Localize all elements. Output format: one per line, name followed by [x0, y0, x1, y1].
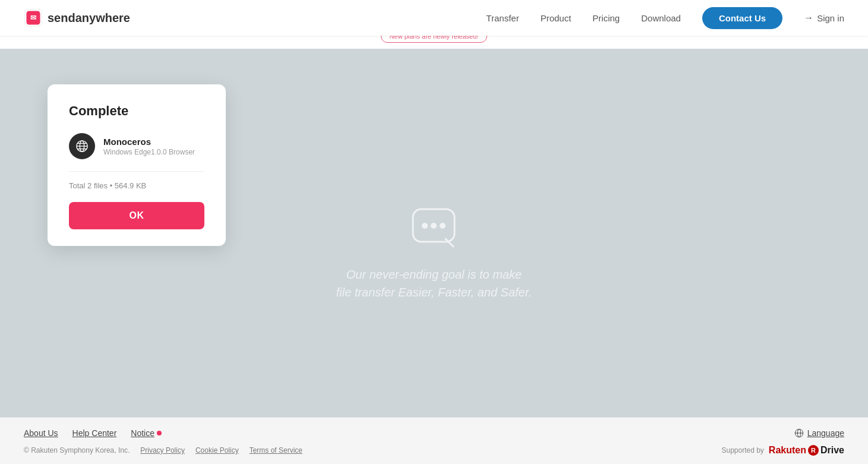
svg-point-11: [431, 223, 437, 229]
notice-dot: [157, 431, 162, 435]
footer-bottom: © Rakuten Symphony Korea, Inc. Privacy P…: [24, 445, 844, 456]
complete-card: Complete Monoceros Windows Edge1.0.0 Bro…: [48, 84, 226, 246]
notice-wrapper: Notice: [131, 428, 162, 438]
footer-legal: © Rakuten Symphony Korea, Inc. Privacy P…: [24, 446, 302, 454]
device-icon: [69, 133, 95, 159]
globe-icon: [794, 428, 804, 438]
ok-button[interactable]: OK: [69, 202, 204, 229]
banner-wrap: New plans are newly released!: [0, 36, 868, 49]
footer-links: About Us Help Center Notice: [24, 428, 162, 438]
svg-point-12: [440, 223, 446, 229]
card-divider: [69, 171, 204, 172]
center-logo-icon: [407, 200, 460, 254]
language-button[interactable]: Language: [794, 428, 844, 438]
cookie-policy-link[interactable]: Cookie Policy: [195, 446, 239, 454]
nav-download[interactable]: Download: [641, 13, 681, 23]
about-us-link[interactable]: About Us: [24, 428, 58, 438]
copyright-text: © Rakuten Symphony Korea, Inc.: [24, 446, 130, 454]
footer-top: About Us Help Center Notice Language: [24, 428, 844, 438]
card-container: Complete Monoceros Windows Edge1.0.0 Bro…: [48, 84, 226, 246]
privacy-policy-link[interactable]: Privacy Policy: [140, 446, 185, 454]
header: ✉ sendanywhere Transfer Product Pricing …: [0, 0, 868, 36]
device-info: Monoceros Windows Edge1.0.0 Browser: [103, 137, 195, 156]
main-nav: Transfer Product Pricing Download: [486, 13, 681, 23]
nav-product[interactable]: Product: [541, 13, 572, 23]
rakuten-r-icon: R: [808, 445, 819, 456]
footer: About Us Help Center Notice Language © R…: [0, 417, 868, 464]
nav-pricing[interactable]: Pricing: [592, 13, 620, 23]
main-content: Complete Monoceros Windows Edge1.0.0 Bro…: [0, 49, 868, 417]
logo-text: sendanywhere: [48, 11, 130, 25]
logo-icon: ✉: [24, 8, 43, 27]
nav-transfer[interactable]: Transfer: [486, 13, 519, 23]
sign-in-link[interactable]: → Sign in: [804, 12, 844, 23]
notice-link[interactable]: Notice: [131, 428, 154, 438]
supported-by: Supported by Rakuten R Drive: [721, 445, 844, 456]
sign-in-icon: →: [804, 12, 813, 23]
file-info: Total 2 files • 564.9 KB: [69, 181, 204, 190]
svg-point-10: [422, 223, 428, 229]
terms-of-service-link[interactable]: Terms of Service: [250, 446, 302, 454]
globe-icon: [75, 140, 89, 153]
device-name: Monoceros: [103, 137, 195, 147]
tagline: Our never-ending goal is to make file tr…: [336, 266, 532, 301]
logo[interactable]: ✉ sendanywhere: [24, 8, 130, 27]
center-branding: Our never-ending goal is to make file tr…: [336, 200, 532, 301]
device-sub: Windows Edge1.0.0 Browser: [103, 148, 195, 156]
help-center-link[interactable]: Help Center: [72, 428, 117, 438]
rakuten-drive-logo: Rakuten R Drive: [769, 445, 844, 456]
card-title: Complete: [69, 103, 204, 119]
svg-text:✉: ✉: [30, 14, 36, 22]
device-row: Monoceros Windows Edge1.0.0 Browser: [69, 133, 204, 159]
contact-us-button[interactable]: Contact Us: [702, 7, 782, 29]
